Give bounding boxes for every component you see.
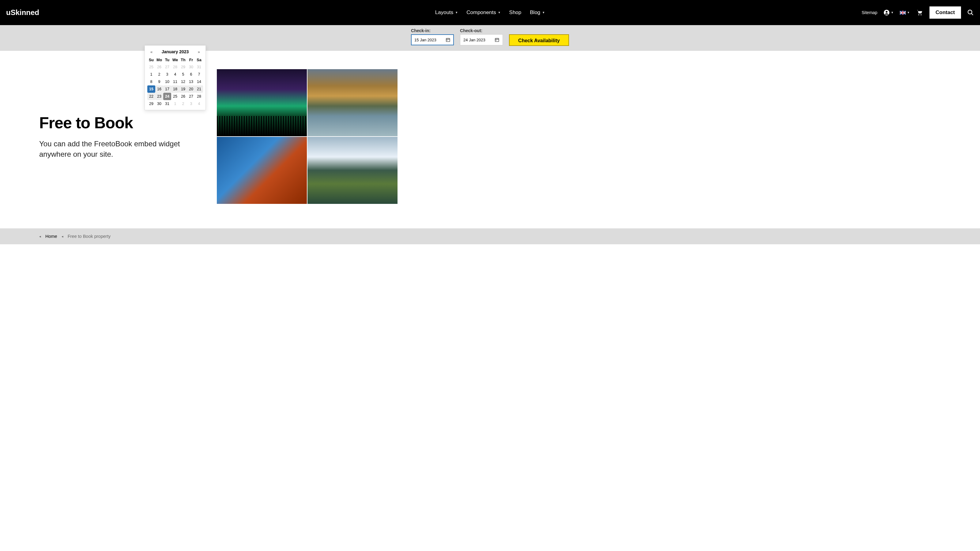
datepicker-day[interactable]: 1 — [171, 100, 179, 108]
image-gallery — [217, 69, 398, 204]
datepicker-day[interactable]: 5 — [179, 71, 187, 78]
datepicker-day[interactable]: 13 — [187, 78, 195, 86]
svg-point-4 — [968, 10, 972, 14]
nav-layouts-label: Layouts — [435, 10, 453, 16]
datepicker-day[interactable]: 7 — [195, 71, 203, 78]
datepicker-day[interactable]: 14 — [195, 78, 203, 86]
datepicker-day[interactable]: 27 — [187, 93, 195, 100]
datepicker-day[interactable]: 18 — [171, 86, 179, 93]
datepicker-day[interactable]: 8 — [147, 78, 155, 86]
chevron-down-icon: ▼ — [891, 11, 894, 14]
datepicker-dow: Th — [179, 57, 187, 64]
datepicker-day[interactable]: 12 — [179, 78, 187, 86]
chevron-down-icon: ▼ — [498, 11, 501, 14]
cart-button[interactable] — [916, 9, 923, 16]
chevron-down-icon: ▼ — [907, 11, 910, 14]
datepicker-day[interactable]: 19 — [179, 86, 187, 93]
language-menu[interactable]: ▼ — [900, 11, 910, 15]
datepicker-day[interactable]: 24 — [163, 93, 171, 100]
contact-button[interactable]: Contact — [929, 6, 961, 19]
datepicker-day[interactable]: 21 — [195, 86, 203, 93]
datepicker-dow: We — [171, 57, 179, 64]
header-actions: Sitemap ▼ ▼ Contact — [862, 6, 974, 19]
header: uSkinned Layouts ▼ Components ▼ Shop Blo… — [0, 0, 980, 25]
checkin-input[interactable] — [414, 38, 445, 42]
breadcrumb-current: Free to Book property — [68, 234, 111, 239]
datepicker-day[interactable]: 2 — [179, 100, 187, 108]
datepicker-day[interactable]: 29 — [179, 64, 187, 71]
datepicker-day[interactable]: 29 — [147, 100, 155, 108]
page-title: Free to Book — [39, 114, 192, 132]
uk-flag-icon — [900, 11, 906, 15]
datepicker-day[interactable]: 25 — [171, 93, 179, 100]
nav-layouts[interactable]: Layouts ▼ — [435, 10, 458, 16]
datepicker-day[interactable]: 17 — [163, 86, 171, 93]
datepicker-day[interactable]: 31 — [163, 100, 171, 108]
nav-blog[interactable]: Blog ▼ — [530, 10, 545, 16]
logo[interactable]: uSkinned — [6, 8, 39, 17]
datepicker-day[interactable]: 22 — [147, 93, 155, 100]
nav-shop[interactable]: Shop — [509, 10, 522, 16]
datepicker-day[interactable]: 31 — [195, 64, 203, 71]
datepicker-dow: Mo — [155, 57, 163, 64]
datepicker-day[interactable]: 28 — [195, 93, 203, 100]
datepicker-day[interactable]: 26 — [155, 64, 163, 71]
gallery-image-bridge — [217, 137, 307, 204]
check-availability-button[interactable]: Check Availability — [509, 34, 569, 46]
nav-components[interactable]: Components ▼ — [466, 10, 500, 16]
datepicker-prev[interactable]: « — [149, 49, 154, 54]
gallery-image-mountain — [307, 137, 398, 204]
datepicker-day[interactable]: 6 — [187, 71, 195, 78]
datepicker-header: « January 2023 » — [147, 48, 203, 57]
datepicker-dow: Sa — [195, 57, 203, 64]
datepicker-day[interactable]: 20 — [187, 86, 195, 93]
gallery-image-aurora — [217, 69, 307, 136]
nav-shop-label: Shop — [509, 10, 522, 16]
search-button[interactable] — [967, 9, 974, 16]
checkout-input[interactable] — [463, 38, 495, 42]
calendar-icon — [495, 37, 500, 43]
chevron-left-icon: ◂ — [39, 235, 41, 238]
datepicker-day[interactable]: 16 — [155, 86, 163, 93]
datepicker-day[interactable]: 11 — [171, 78, 179, 86]
main-nav: Layouts ▼ Components ▼ Shop Blog ▼ — [435, 10, 545, 16]
page-subtitle: You can add the FreetoBook embed widget … — [39, 139, 192, 159]
datepicker-day[interactable]: 30 — [187, 64, 195, 71]
datepicker: « January 2023 » SuMoTuWeThFrSa252627282… — [145, 45, 206, 110]
svg-rect-6 — [446, 38, 450, 41]
datepicker-day[interactable]: 27 — [163, 64, 171, 71]
svg-rect-11 — [495, 38, 499, 41]
datepicker-day[interactable]: 3 — [163, 71, 171, 78]
chevron-down-icon: ▼ — [455, 11, 458, 14]
datepicker-grid: SuMoTuWeThFrSa25262728293031123456789101… — [147, 57, 203, 108]
svg-rect-15 — [496, 40, 496, 41]
datepicker-day[interactable]: 15 — [147, 86, 155, 93]
user-menu[interactable]: ▼ — [883, 10, 894, 16]
svg-line-5 — [971, 13, 973, 15]
checkin-input-wrap[interactable] — [411, 34, 454, 45]
datepicker-day[interactable]: 23 — [155, 93, 163, 100]
checkout-input-wrap[interactable] — [460, 34, 503, 45]
datepicker-day[interactable]: 3 — [187, 100, 195, 108]
datepicker-day[interactable]: 30 — [155, 100, 163, 108]
breadcrumb-home[interactable]: Home — [45, 234, 57, 239]
datepicker-next[interactable]: » — [197, 49, 201, 54]
datepicker-day[interactable]: 28 — [171, 64, 179, 71]
main-text: Free to Book You can add the FreetoBook … — [39, 114, 192, 159]
datepicker-day[interactable]: 10 — [163, 78, 171, 86]
svg-point-1 — [886, 11, 888, 13]
datepicker-day[interactable]: 4 — [195, 100, 203, 108]
checkin-label: Check-in: — [411, 28, 454, 33]
svg-point-2 — [918, 14, 919, 15]
datepicker-day[interactable]: 26 — [179, 93, 187, 100]
datepicker-day[interactable]: 9 — [155, 78, 163, 86]
sitemap-link[interactable]: Sitemap — [862, 10, 877, 15]
nav-components-label: Components — [466, 10, 496, 16]
datepicker-month[interactable]: January 2023 — [162, 49, 189, 54]
datepicker-day[interactable]: 2 — [155, 71, 163, 78]
gallery-image-castle — [307, 69, 398, 136]
datepicker-day[interactable]: 4 — [171, 71, 179, 78]
datepicker-day[interactable]: 1 — [147, 71, 155, 78]
datepicker-day[interactable]: 25 — [147, 64, 155, 71]
svg-rect-10 — [447, 40, 447, 41]
